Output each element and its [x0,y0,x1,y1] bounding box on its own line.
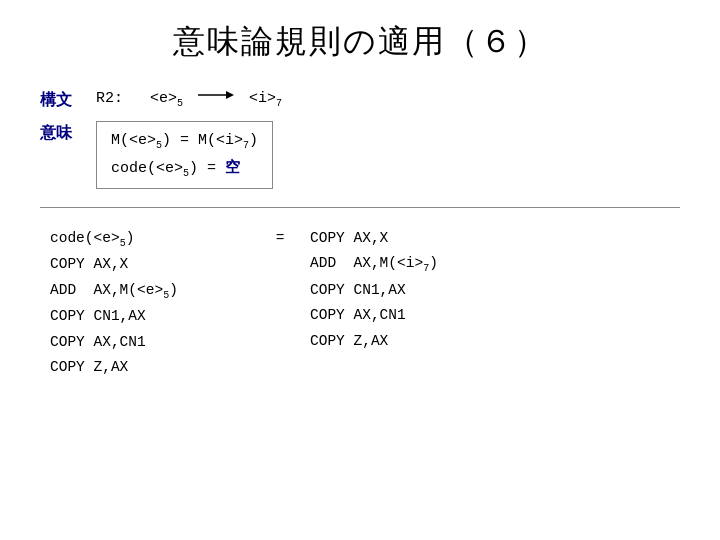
rule-lhs: <e>5 [150,90,183,107]
page: 意味論規則の適用（６） 構文 R2: <e>5 <i>7 意味 M(<e>5) … [0,0,720,540]
svg-marker-1 [226,91,234,99]
code-line-copy-cn1-ax-right: COPY CN1,AX [310,278,510,303]
add-sub-left: 5 [163,290,169,301]
rule-name: R2: [96,90,123,107]
code-line-copy-z-ax-left: COPY Z,AX [50,355,250,380]
equals-symbol: = [250,226,310,251]
page-title: 意味論規則の適用（６） [40,20,680,64]
syntax-section: 構文 R2: <e>5 <i>7 [40,88,680,111]
equals-col: = [250,226,310,251]
code-header: code(<e>5) [50,226,250,252]
code-sub: 5 [183,168,189,179]
divider [40,207,680,208]
code-header-sub: 5 [120,238,126,249]
syntax-label: 構文 [40,90,96,111]
arrow-icon [198,88,234,102]
code-line-add-right: ADD AX,M(<i>7) [310,251,510,277]
meaning-section: 意味 M(<e>5) = M(<i>7) code(<e>5) = 空 [40,121,680,189]
code-area: code(<e>5) COPY AX,X ADD AX,M(<e>5) COPY… [40,226,680,380]
meaning-line1: M(<e>5) = M(<i>7) [111,128,258,154]
rhs-sub: 7 [276,98,282,109]
lhs-sub: 5 [177,98,183,109]
m-lhs-sub: 5 [156,140,162,151]
code-line-copy-ax-x-left: COPY AX,X [50,252,250,277]
meaning-label: 意味 [40,123,96,144]
code-line-copy-ax-cn1-left: COPY AX,CN1 [50,330,250,355]
add-sub-right: 7 [423,263,429,274]
code-line-add-left: ADD AX,M(<e>5) [50,278,250,304]
code-line-copy-ax-x-right: COPY AX,X [310,226,510,251]
syntax-rule: R2: <e>5 <i>7 [96,88,282,109]
code-left-col: code(<e>5) COPY AX,X ADD AX,M(<e>5) COPY… [50,226,250,380]
code-line-copy-ax-cn1-right: COPY AX,CN1 [310,303,510,328]
m-rhs-sub: 7 [243,140,249,151]
meaning-box: M(<e>5) = M(<i>7) code(<e>5) = 空 [96,121,273,189]
code-right-col: COPY AX,X ADD AX,M(<i>7) COPY CN1,AX COP… [310,226,510,354]
code-line-copy-z-ax-right: COPY Z,AX [310,329,510,354]
rule-rhs: <i>7 [249,90,282,107]
meaning-line2: code(<e>5) = 空 [111,154,258,182]
code-line-copy-cn1-ax-left: COPY CN1,AX [50,304,250,329]
empty-symbol: 空 [225,158,240,175]
